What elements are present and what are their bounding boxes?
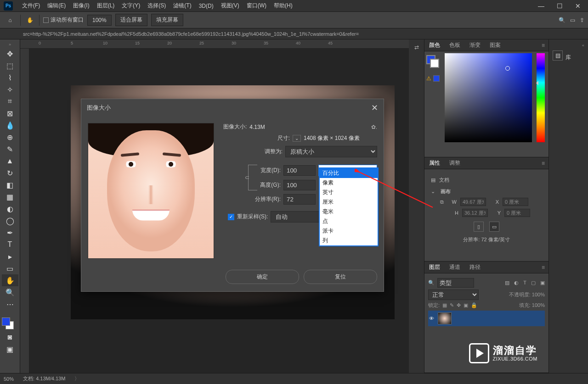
color-preview[interactable] — [426, 55, 439, 68]
unit-option-percent[interactable]: 百分比 — [320, 168, 378, 178]
unit-option-point[interactable]: 点 — [320, 217, 378, 226]
gradient-tool[interactable]: ▦ — [2, 191, 18, 203]
frame-tool[interactable]: ⊠ — [2, 107, 18, 119]
menu-image[interactable]: 图像(I) — [69, 0, 93, 11]
edit-toolbar[interactable]: ⋯ — [2, 298, 18, 310]
filter-smart-icon[interactable]: ▣ — [540, 280, 545, 286]
filter-image-icon[interactable]: ▨ — [505, 280, 509, 286]
height-input[interactable] — [462, 209, 488, 217]
width-field[interactable] — [283, 165, 316, 176]
reset-button[interactable]: 复位 — [304, 270, 377, 284]
link-icon[interactable]: ⧉ — [440, 199, 444, 205]
dodge-tool[interactable]: ◯ — [2, 215, 18, 227]
lock-artboard-icon[interactable]: ▣ — [464, 302, 468, 308]
tab-color[interactable]: 颜色 — [424, 39, 445, 51]
tab-swatches[interactable]: 色板 — [445, 39, 465, 51]
history-brush-tool[interactable]: ↻ — [2, 167, 18, 179]
rectangle-tool[interactable]: ▭ — [2, 262, 18, 274]
lock-brush-icon[interactable]: ✎ — [450, 302, 454, 308]
filter-adjust-icon[interactable]: ◐ — [514, 280, 519, 286]
adjustments-icon[interactable]: ⇄ — [414, 44, 419, 50]
marquee-tool[interactable]: ⬚ — [2, 60, 18, 72]
menu-file[interactable]: 文件(F) — [18, 0, 44, 11]
workspace-icon[interactable]: ▭ — [570, 17, 575, 23]
menu-3d[interactable]: 3D(D) — [195, 1, 217, 11]
ok-button[interactable]: 确定 — [226, 270, 299, 284]
resolution-field[interactable] — [283, 194, 316, 205]
landscape-button[interactable]: ▭ — [489, 222, 499, 232]
eyedropper-tool[interactable]: 💧 — [2, 119, 18, 131]
fit-to-select[interactable]: 原稿大小 — [285, 146, 377, 157]
maximize-button[interactable]: ☐ — [553, 2, 566, 10]
layer-filter-select[interactable] — [437, 278, 474, 288]
zoom-tool[interactable]: 🔍 — [2, 286, 18, 298]
menu-select[interactable]: 选择(S) — [144, 0, 170, 11]
panel-menu-icon[interactable]: ≡ — [538, 160, 548, 167]
filter-shape-icon[interactable]: ▢ — [531, 280, 536, 286]
portrait-button[interactable]: ▯ — [474, 222, 484, 232]
unit-option-pixel[interactable]: 像素 — [320, 178, 378, 188]
close-button[interactable]: ✕ — [571, 2, 584, 10]
type-tool[interactable]: T — [2, 239, 18, 250]
color-field[interactable] — [445, 53, 532, 142]
tab-adjustments[interactable]: 调整 — [445, 157, 465, 169]
lock-position-icon[interactable]: ✥ — [457, 302, 461, 308]
lasso-tool[interactable]: ⌇ — [2, 72, 18, 83]
crop-tool[interactable]: ⌗ — [2, 95, 18, 107]
menu-view[interactable]: 视图(V) — [217, 0, 243, 11]
layer-item[interactable]: 👁 — [428, 311, 545, 326]
blur-tool[interactable]: ◐ — [2, 203, 18, 215]
zoom-level[interactable]: 50% — [4, 376, 14, 382]
scroll-all-checkbox[interactable]: 滚动所有窗口 — [43, 16, 84, 24]
x-input[interactable] — [503, 198, 528, 206]
hue-slider[interactable] — [537, 53, 545, 142]
resample-checkbox[interactable]: ✓ — [228, 214, 234, 220]
tab-channels[interactable]: 通道 — [445, 261, 465, 273]
wand-tool[interactable]: ✧ — [2, 83, 18, 95]
visibility-icon[interactable]: 👁 — [429, 316, 434, 321]
constrain-link-icon[interactable]: ⊂ — [248, 165, 257, 190]
unit-option-inch[interactable]: 英寸 — [320, 188, 378, 197]
fill-screen-button[interactable]: 填充屏幕 — [151, 14, 183, 26]
home-icon[interactable]: ⌂ — [4, 14, 17, 27]
panel-menu-icon[interactable]: ≡ — [538, 42, 548, 49]
gear-icon[interactable]: ✿. — [371, 124, 377, 130]
brush-tool[interactable]: ✎ — [2, 143, 18, 155]
tab-properties[interactable]: 属性 — [424, 157, 445, 169]
unit-option-column[interactable]: 列 — [320, 236, 378, 245]
width-input[interactable] — [460, 198, 486, 206]
fit-screen-button[interactable]: 适合屏幕 — [115, 14, 147, 26]
close-icon[interactable]: ✕ — [371, 103, 378, 113]
mask-mode[interactable]: ◙ — [2, 331, 18, 343]
height-field[interactable] — [283, 180, 316, 190]
tab-patterns[interactable]: 图案 — [485, 39, 505, 51]
y-input[interactable] — [504, 209, 530, 217]
screen-mode[interactable]: ▣ — [2, 343, 18, 355]
move-tool[interactable]: ✥ — [2, 48, 18, 60]
path-select-tool[interactable]: ▸ — [2, 250, 18, 262]
search-icon[interactable]: 🔍 — [559, 17, 565, 23]
menu-type[interactable]: 文字(Y) — [118, 0, 144, 11]
library-icon[interactable]: ▤ — [553, 50, 563, 61]
healing-tool[interactable]: ⊕ — [2, 131, 18, 143]
zoom-100-button[interactable]: 100% — [87, 15, 112, 26]
lock-pixels-icon[interactable]: ▦ — [442, 302, 447, 308]
share-icon[interactable]: ⇪ — [580, 17, 584, 23]
menu-help[interactable]: 帮助(H) — [270, 0, 296, 11]
eraser-tool[interactable]: ◧ — [2, 179, 18, 191]
tab-paths[interactable]: 路径 — [465, 261, 485, 273]
blend-mode-select[interactable]: 正常 — [428, 289, 479, 300]
lock-all-icon[interactable]: 🔒 — [471, 302, 477, 308]
tab-gradients[interactable]: 渐变 — [465, 39, 485, 51]
minimize-button[interactable]: — — [535, 2, 548, 10]
menu-layer[interactable]: 图层(L) — [93, 0, 119, 11]
menu-filter[interactable]: 滤镜(T) — [170, 0, 195, 11]
filter-type-icon[interactable]: T — [523, 280, 526, 286]
foreground-color[interactable] — [2, 317, 10, 326]
document-tab[interactable]: src=http-%2F%2Fp1.meituan.net%2Fdpdeal%2… — [0, 28, 588, 39]
menu-window[interactable]: 窗口(W) — [243, 0, 270, 11]
unit-option-pica[interactable]: 派卡 — [320, 226, 378, 236]
unit-option-mm[interactable]: 毫米 — [320, 207, 378, 217]
unit-option-cm[interactable]: 厘米 — [320, 197, 378, 207]
tab-layers[interactable]: 图层 — [424, 261, 445, 273]
